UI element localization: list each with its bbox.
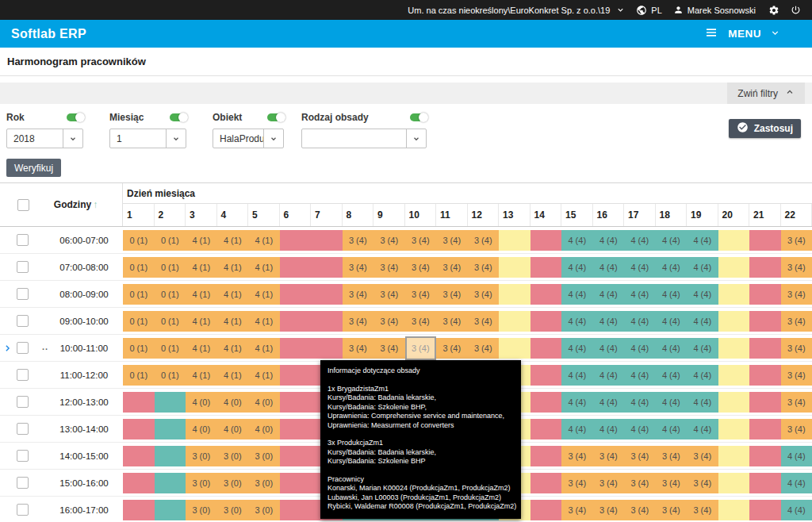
occupancy-cell[interactable]: 3 (4) bbox=[373, 230, 405, 251]
occupancy-cell[interactable] bbox=[749, 392, 781, 413]
occupancy-cell[interactable]: 4 (4) bbox=[656, 257, 688, 278]
occupancy-cell[interactable]: 3 (0) bbox=[217, 446, 249, 466]
occupancy-cell[interactable]: 4 (4) bbox=[593, 284, 625, 305]
occupancy-cell[interactable]: 4 (4) bbox=[656, 419, 688, 439]
occupancy-cell[interactable]: 3 (4) bbox=[436, 284, 468, 305]
occupancy-cell[interactable] bbox=[311, 338, 343, 359]
occupancy-cell[interactable]: 4 (4) bbox=[593, 311, 625, 332]
occupancy-cell[interactable] bbox=[499, 284, 530, 305]
occupancy-cell[interactable] bbox=[499, 311, 530, 332]
occupancy-cell[interactable]: 4 (1) bbox=[186, 230, 217, 251]
occupancy-cell[interactable] bbox=[530, 311, 562, 332]
occupancy-cell[interactable]: 3 (4) bbox=[781, 365, 812, 386]
collapse-filters-button[interactable]: Zwiń filtry bbox=[727, 83, 805, 104]
occupancy-cell[interactable]: 3 (4) bbox=[343, 230, 374, 251]
occupancy-cell[interactable]: 4 (4) bbox=[561, 311, 593, 332]
occupancy-cell[interactable] bbox=[280, 284, 312, 305]
occupancy-cell[interactable] bbox=[749, 230, 781, 251]
occupancy-cell[interactable] bbox=[718, 500, 750, 520]
occupancy-cell[interactable] bbox=[311, 284, 343, 305]
occupancy-cell[interactable] bbox=[155, 392, 186, 413]
occupancy-cell[interactable]: 4 (1) bbox=[248, 284, 280, 305]
occupancy-cell[interactable]: 4 (1) bbox=[186, 311, 217, 332]
occupancy-cell[interactable]: 3 (4) bbox=[624, 473, 656, 493]
occupancy-cell[interactable]: 3 (4) bbox=[781, 257, 812, 278]
occupancy-cell[interactable]: 3 (4) bbox=[405, 230, 437, 251]
occupancy-cell[interactable]: 4 (4) bbox=[624, 392, 656, 413]
occupancy-cell[interactable]: 3 (4) bbox=[624, 446, 656, 466]
occupancy-cell[interactable]: 4 (0) bbox=[248, 392, 280, 413]
expand-row-icon[interactable] bbox=[2, 343, 13, 353]
settings-gear-icon[interactable] bbox=[768, 5, 779, 16]
occupancy-cell[interactable]: 0 (1) bbox=[155, 338, 186, 359]
occupancy-cell[interactable]: 4 (4) bbox=[561, 365, 593, 386]
occupancy-cell[interactable] bbox=[155, 473, 186, 493]
occupancy-cell[interactable] bbox=[530, 473, 562, 493]
occupancy-cell[interactable]: 3 (4) bbox=[781, 284, 812, 305]
filter-staffing-type-toggle[interactable] bbox=[410, 113, 427, 121]
filter-year-select[interactable]: 2018 bbox=[6, 129, 83, 148]
occupancy-cell[interactable]: 3 (4) bbox=[405, 284, 437, 305]
occupancy-cell[interactable]: 4 (4) bbox=[687, 230, 718, 251]
occupancy-cell[interactable]: 4 (4) bbox=[687, 257, 718, 278]
occupancy-cell[interactable]: 4 (0) bbox=[217, 392, 249, 413]
occupancy-cell[interactable]: 4 (4) bbox=[624, 311, 656, 332]
occupancy-cell[interactable]: 4 (4) bbox=[687, 284, 718, 305]
occupancy-cell[interactable] bbox=[311, 257, 343, 278]
occupancy-cell[interactable]: 4 (1) bbox=[217, 338, 249, 359]
occupancy-cell[interactable]: 0 (1) bbox=[123, 257, 155, 278]
occupancy-cell[interactable]: 4 (1) bbox=[248, 311, 280, 332]
occupancy-cell[interactable]: 0 (1) bbox=[123, 338, 155, 359]
occupancy-cell[interactable] bbox=[718, 446, 750, 466]
occupancy-cell[interactable]: 3 (0) bbox=[186, 446, 217, 466]
occupancy-cell[interactable] bbox=[280, 473, 312, 493]
filter-object-select[interactable]: HalaProdukc.. bbox=[213, 129, 284, 148]
occupancy-cell[interactable]: 0 (1) bbox=[123, 311, 155, 332]
occupancy-cell[interactable]: 3 (4) bbox=[781, 338, 812, 359]
filter-month-toggle[interactable] bbox=[170, 113, 186, 121]
occupancy-cell[interactable] bbox=[123, 419, 155, 439]
occupancy-cell[interactable] bbox=[499, 338, 530, 359]
occupancy-cell[interactable]: 4 (4) bbox=[656, 311, 688, 332]
occupancy-cell[interactable]: 4 (0) bbox=[186, 392, 217, 413]
occupancy-cell[interactable]: 4 (4) bbox=[593, 419, 625, 439]
occupancy-cell[interactable]: 4 (0) bbox=[248, 419, 280, 439]
occupancy-cell[interactable] bbox=[123, 500, 155, 520]
occupancy-cell[interactable]: 3 (4) bbox=[343, 311, 374, 332]
row-checkbox[interactable] bbox=[17, 504, 29, 516]
occupancy-cell[interactable]: 3 (4) bbox=[624, 500, 656, 520]
row-checkbox[interactable] bbox=[17, 396, 29, 408]
occupancy-cell[interactable] bbox=[749, 365, 781, 386]
occupancy-cell[interactable]: 3 (4) bbox=[373, 284, 405, 305]
occupancy-cell[interactable]: 4 (4) bbox=[593, 365, 625, 386]
occupancy-cell[interactable]: 4 (4) bbox=[561, 257, 593, 278]
occupancy-cell[interactable]: 4 (1) bbox=[186, 284, 217, 305]
apply-button[interactable]: Zastosuj bbox=[729, 119, 801, 138]
main-menu-button[interactable]: MENU bbox=[703, 26, 780, 41]
context-dropdown[interactable]: Um. na czas nieokreślony\EuroKonkret Sp.… bbox=[408, 6, 625, 15]
occupancy-cell[interactable]: 3 (4) bbox=[561, 500, 593, 520]
occupancy-cell[interactable]: 3 (0) bbox=[217, 500, 249, 520]
occupancy-cell[interactable]: 4 (4) bbox=[561, 392, 593, 413]
occupancy-cell[interactable]: 4 (4) bbox=[656, 230, 688, 251]
hours-column-header[interactable]: Godziny↑ bbox=[54, 199, 98, 210]
user-menu[interactable]: Marek Sosnowski bbox=[673, 5, 756, 15]
occupancy-cell[interactable]: 3 (4) bbox=[781, 392, 812, 413]
occupancy-cell[interactable] bbox=[280, 365, 312, 386]
occupancy-cell[interactable] bbox=[530, 230, 562, 251]
occupancy-cell[interactable]: 3 (4) bbox=[468, 311, 500, 332]
occupancy-cell[interactable]: 4 (1) bbox=[248, 230, 280, 251]
occupancy-cell[interactable]: 4 (1) bbox=[217, 284, 249, 305]
occupancy-cell[interactable]: 4 (1) bbox=[248, 257, 280, 278]
occupancy-cell[interactable]: 4 (4) bbox=[656, 392, 688, 413]
occupancy-cell[interactable]: 4 (4) bbox=[656, 365, 688, 386]
occupancy-cell[interactable] bbox=[123, 473, 155, 493]
occupancy-cell[interactable]: 4 (4) bbox=[656, 284, 688, 305]
occupancy-cell[interactable]: 4 (1) bbox=[186, 365, 217, 386]
occupancy-cell[interactable] bbox=[280, 419, 312, 439]
occupancy-cell[interactable]: 4 (4) bbox=[687, 311, 718, 332]
occupancy-cell[interactable] bbox=[718, 284, 750, 305]
occupancy-cell[interactable]: 4 (1) bbox=[217, 311, 249, 332]
occupancy-cell[interactable]: 3 (4) bbox=[656, 500, 688, 520]
occupancy-cell[interactable]: 3 (4) bbox=[343, 338, 374, 359]
